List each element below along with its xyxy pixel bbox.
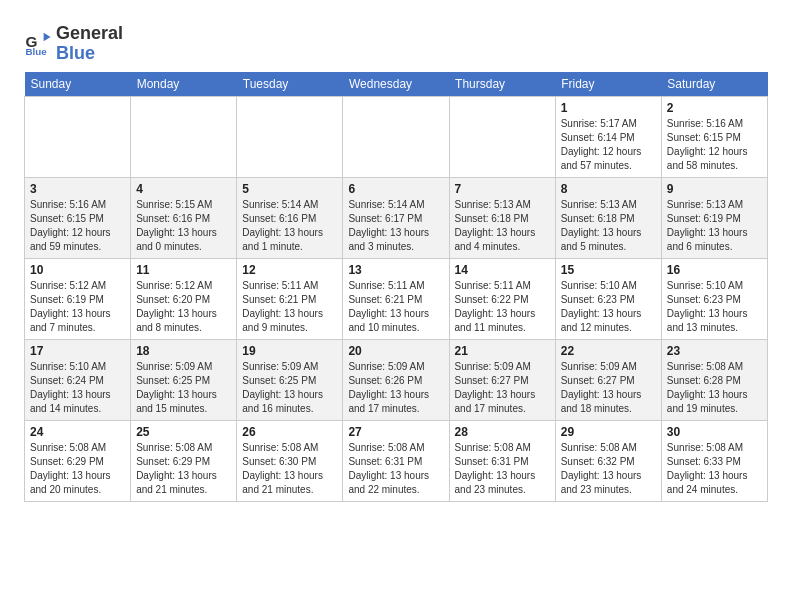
week-row-4: 17Sunrise: 5:10 AM Sunset: 6:24 PM Dayli… [25, 339, 768, 420]
day-info: Sunrise: 5:11 AM Sunset: 6:21 PM Dayligh… [242, 279, 337, 335]
calendar-cell: 29Sunrise: 5:08 AM Sunset: 6:32 PM Dayli… [555, 420, 661, 501]
day-number: 2 [667, 101, 762, 115]
day-info: Sunrise: 5:08 AM Sunset: 6:32 PM Dayligh… [561, 441, 656, 497]
weekday-header-tuesday: Tuesday [237, 72, 343, 97]
day-number: 9 [667, 182, 762, 196]
calendar-cell: 9Sunrise: 5:13 AM Sunset: 6:19 PM Daylig… [661, 177, 767, 258]
calendar-cell: 30Sunrise: 5:08 AM Sunset: 6:33 PM Dayli… [661, 420, 767, 501]
day-info: Sunrise: 5:11 AM Sunset: 6:22 PM Dayligh… [455, 279, 550, 335]
calendar-cell: 6Sunrise: 5:14 AM Sunset: 6:17 PM Daylig… [343, 177, 449, 258]
calendar-cell: 10Sunrise: 5:12 AM Sunset: 6:19 PM Dayli… [25, 258, 131, 339]
week-row-3: 10Sunrise: 5:12 AM Sunset: 6:19 PM Dayli… [25, 258, 768, 339]
day-number: 20 [348, 344, 443, 358]
day-number: 25 [136, 425, 231, 439]
day-number: 22 [561, 344, 656, 358]
day-info: Sunrise: 5:09 AM Sunset: 6:26 PM Dayligh… [348, 360, 443, 416]
calendar-cell [25, 96, 131, 177]
day-number: 1 [561, 101, 656, 115]
day-number: 7 [455, 182, 550, 196]
day-info: Sunrise: 5:13 AM Sunset: 6:18 PM Dayligh… [561, 198, 656, 254]
day-number: 19 [242, 344, 337, 358]
calendar-cell: 24Sunrise: 5:08 AM Sunset: 6:29 PM Dayli… [25, 420, 131, 501]
weekday-header-thursday: Thursday [449, 72, 555, 97]
calendar-cell: 12Sunrise: 5:11 AM Sunset: 6:21 PM Dayli… [237, 258, 343, 339]
day-info: Sunrise: 5:09 AM Sunset: 6:25 PM Dayligh… [136, 360, 231, 416]
day-number: 3 [30, 182, 125, 196]
calendar-cell [343, 96, 449, 177]
calendar-cell: 11Sunrise: 5:12 AM Sunset: 6:20 PM Dayli… [131, 258, 237, 339]
calendar-cell: 3Sunrise: 5:16 AM Sunset: 6:15 PM Daylig… [25, 177, 131, 258]
day-info: Sunrise: 5:08 AM Sunset: 6:31 PM Dayligh… [455, 441, 550, 497]
day-number: 8 [561, 182, 656, 196]
calendar-cell: 8Sunrise: 5:13 AM Sunset: 6:18 PM Daylig… [555, 177, 661, 258]
calendar-cell: 5Sunrise: 5:14 AM Sunset: 6:16 PM Daylig… [237, 177, 343, 258]
day-number: 5 [242, 182, 337, 196]
calendar-cell: 25Sunrise: 5:08 AM Sunset: 6:29 PM Dayli… [131, 420, 237, 501]
calendar-cell: 1Sunrise: 5:17 AM Sunset: 6:14 PM Daylig… [555, 96, 661, 177]
day-info: Sunrise: 5:14 AM Sunset: 6:16 PM Dayligh… [242, 198, 337, 254]
weekday-header-friday: Friday [555, 72, 661, 97]
day-info: Sunrise: 5:16 AM Sunset: 6:15 PM Dayligh… [667, 117, 762, 173]
logo: G Blue General Blue [24, 24, 123, 64]
week-row-5: 24Sunrise: 5:08 AM Sunset: 6:29 PM Dayli… [25, 420, 768, 501]
calendar-cell: 19Sunrise: 5:09 AM Sunset: 6:25 PM Dayli… [237, 339, 343, 420]
logo-blue: Blue [56, 44, 123, 64]
day-info: Sunrise: 5:11 AM Sunset: 6:21 PM Dayligh… [348, 279, 443, 335]
week-row-2: 3Sunrise: 5:16 AM Sunset: 6:15 PM Daylig… [25, 177, 768, 258]
day-number: 6 [348, 182, 443, 196]
day-info: Sunrise: 5:10 AM Sunset: 6:23 PM Dayligh… [667, 279, 762, 335]
day-info: Sunrise: 5:09 AM Sunset: 6:27 PM Dayligh… [455, 360, 550, 416]
day-number: 14 [455, 263, 550, 277]
calendar-cell: 4Sunrise: 5:15 AM Sunset: 6:16 PM Daylig… [131, 177, 237, 258]
calendar-cell: 2Sunrise: 5:16 AM Sunset: 6:15 PM Daylig… [661, 96, 767, 177]
day-info: Sunrise: 5:08 AM Sunset: 6:28 PM Dayligh… [667, 360, 762, 416]
calendar-cell: 20Sunrise: 5:09 AM Sunset: 6:26 PM Dayli… [343, 339, 449, 420]
day-number: 23 [667, 344, 762, 358]
day-number: 30 [667, 425, 762, 439]
calendar-cell: 13Sunrise: 5:11 AM Sunset: 6:21 PM Dayli… [343, 258, 449, 339]
header: G Blue General Blue [24, 20, 768, 64]
day-info: Sunrise: 5:08 AM Sunset: 6:33 PM Dayligh… [667, 441, 762, 497]
day-info: Sunrise: 5:13 AM Sunset: 6:18 PM Dayligh… [455, 198, 550, 254]
day-info: Sunrise: 5:15 AM Sunset: 6:16 PM Dayligh… [136, 198, 231, 254]
day-info: Sunrise: 5:17 AM Sunset: 6:14 PM Dayligh… [561, 117, 656, 173]
calendar-cell: 21Sunrise: 5:09 AM Sunset: 6:27 PM Dayli… [449, 339, 555, 420]
day-number: 18 [136, 344, 231, 358]
day-number: 4 [136, 182, 231, 196]
weekday-header-wednesday: Wednesday [343, 72, 449, 97]
day-info: Sunrise: 5:08 AM Sunset: 6:29 PM Dayligh… [136, 441, 231, 497]
weekday-header-row: SundayMondayTuesdayWednesdayThursdayFrid… [25, 72, 768, 97]
day-info: Sunrise: 5:08 AM Sunset: 6:29 PM Dayligh… [30, 441, 125, 497]
calendar-cell: 26Sunrise: 5:08 AM Sunset: 6:30 PM Dayli… [237, 420, 343, 501]
weekday-header-monday: Monday [131, 72, 237, 97]
day-info: Sunrise: 5:08 AM Sunset: 6:30 PM Dayligh… [242, 441, 337, 497]
calendar-cell: 17Sunrise: 5:10 AM Sunset: 6:24 PM Dayli… [25, 339, 131, 420]
day-number: 12 [242, 263, 337, 277]
day-info: Sunrise: 5:14 AM Sunset: 6:17 PM Dayligh… [348, 198, 443, 254]
day-number: 28 [455, 425, 550, 439]
day-number: 24 [30, 425, 125, 439]
day-info: Sunrise: 5:12 AM Sunset: 6:19 PM Dayligh… [30, 279, 125, 335]
calendar-cell: 14Sunrise: 5:11 AM Sunset: 6:22 PM Dayli… [449, 258, 555, 339]
calendar-cell: 18Sunrise: 5:09 AM Sunset: 6:25 PM Dayli… [131, 339, 237, 420]
svg-text:Blue: Blue [25, 46, 47, 57]
day-number: 10 [30, 263, 125, 277]
calendar-cell [449, 96, 555, 177]
calendar-cell: 7Sunrise: 5:13 AM Sunset: 6:18 PM Daylig… [449, 177, 555, 258]
day-info: Sunrise: 5:13 AM Sunset: 6:19 PM Dayligh… [667, 198, 762, 254]
calendar-cell: 28Sunrise: 5:08 AM Sunset: 6:31 PM Dayli… [449, 420, 555, 501]
day-number: 29 [561, 425, 656, 439]
day-info: Sunrise: 5:10 AM Sunset: 6:24 PM Dayligh… [30, 360, 125, 416]
calendar-table: SundayMondayTuesdayWednesdayThursdayFrid… [24, 72, 768, 502]
day-info: Sunrise: 5:16 AM Sunset: 6:15 PM Dayligh… [30, 198, 125, 254]
day-info: Sunrise: 5:09 AM Sunset: 6:27 PM Dayligh… [561, 360, 656, 416]
calendar-cell [237, 96, 343, 177]
day-number: 21 [455, 344, 550, 358]
day-info: Sunrise: 5:08 AM Sunset: 6:31 PM Dayligh… [348, 441, 443, 497]
day-number: 15 [561, 263, 656, 277]
day-number: 13 [348, 263, 443, 277]
day-number: 27 [348, 425, 443, 439]
calendar-cell: 27Sunrise: 5:08 AM Sunset: 6:31 PM Dayli… [343, 420, 449, 501]
weekday-header-sunday: Sunday [25, 72, 131, 97]
calendar-cell: 23Sunrise: 5:08 AM Sunset: 6:28 PM Dayli… [661, 339, 767, 420]
